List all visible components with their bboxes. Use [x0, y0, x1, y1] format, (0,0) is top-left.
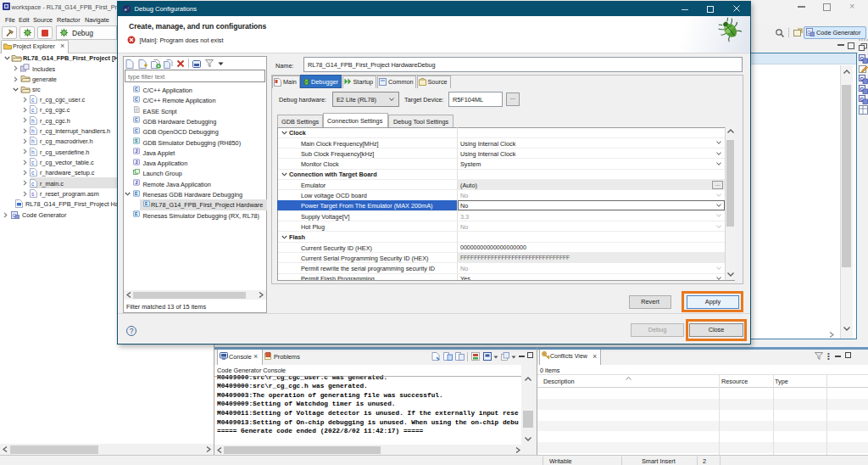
svg-text:h: h — [31, 149, 35, 155]
svg-text:C: C — [135, 98, 138, 102]
svg-text:C: C — [135, 118, 138, 122]
svg-text:J: J — [135, 180, 137, 185]
svg-text:C: C — [135, 129, 138, 133]
svg-text:J: J — [135, 160, 137, 165]
svg-text:2: 2 — [127, 7, 129, 10]
svg-text:e: e — [125, 7, 127, 12]
svg-text:h: h — [31, 128, 35, 134]
svg-text:J: J — [135, 148, 137, 154]
svg-text:h: h — [31, 118, 35, 124]
svg-text:h: h — [31, 138, 35, 144]
svg-text:C: C — [135, 87, 138, 92]
